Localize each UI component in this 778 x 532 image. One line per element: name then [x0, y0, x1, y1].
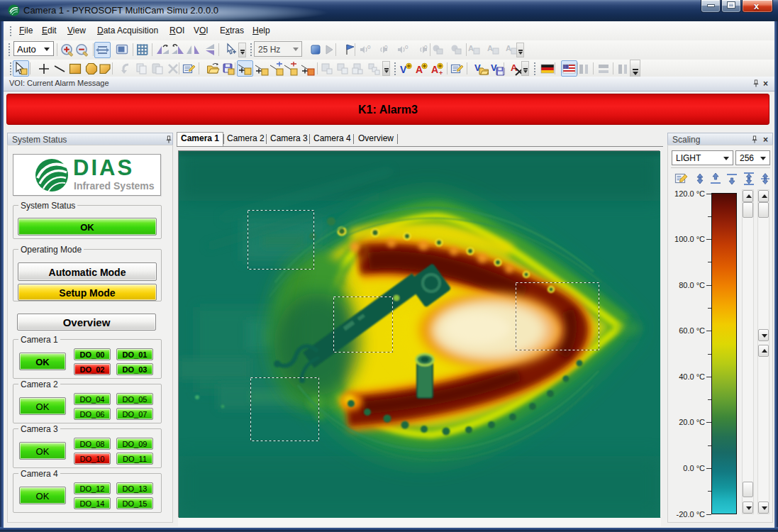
svg-text:0: 0 — [424, 44, 428, 50]
svg-text:A: A — [468, 44, 474, 52]
svg-text:A: A — [506, 44, 511, 52]
svg-text:+: + — [439, 70, 443, 77]
svg-text:0: 0 — [367, 44, 371, 50]
svg-text:A: A — [511, 62, 518, 73]
svg-text:0: 0 — [405, 44, 409, 50]
svg-text:0: 0 — [384, 44, 388, 50]
svg-text:A: A — [487, 44, 493, 52]
